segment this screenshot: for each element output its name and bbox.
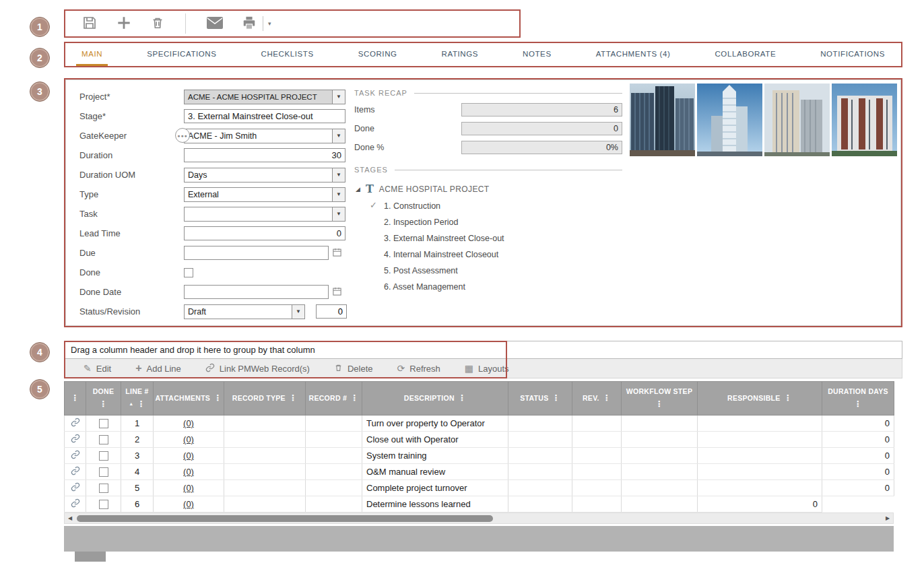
column-menu-icon[interactable]: ⋮ [784, 393, 792, 403]
scroll-right-icon[interactable]: ▶ [882, 515, 893, 521]
stage-input[interactable] [184, 109, 345, 123]
chevron-down-icon[interactable]: ▼ [332, 188, 345, 201]
print-button[interactable] [241, 15, 257, 32]
delete-button[interactable] [150, 15, 165, 33]
column-menu-icon[interactable]: ⋮ [213, 393, 222, 403]
scroll-left-icon[interactable]: ◀ [65, 515, 75, 521]
attachments-link[interactable]: (0) [183, 451, 194, 461]
row-link-icon[interactable] [71, 498, 80, 508]
column-header-record-number[interactable]: RECORD #⋮ [306, 382, 362, 416]
row-link-icon[interactable] [71, 482, 80, 492]
attachments-link[interactable]: (0) [183, 434, 194, 444]
print-dropdown-caret-icon[interactable]: ▾ [263, 16, 271, 31]
grid-group-hint[interactable]: Drag a column header and drop it here to… [64, 341, 902, 359]
column-header-duration-days[interactable]: DURATION DAYS⋮ [822, 382, 894, 416]
column-menu-icon[interactable]: ⋮ [71, 393, 79, 403]
stages-tree-root[interactable]: ◢ T ACME HOSPITAL PROJECT [356, 183, 622, 195]
tab-specifications[interactable]: SPECIFICATIONS [141, 43, 222, 66]
project-select[interactable]: ACME - ACME HOSPITAL PROJECT ▼ [184, 90, 345, 104]
line-number-cell: 6 [121, 496, 154, 512]
column-menu-icon[interactable]: ⋮ [552, 393, 560, 403]
line-number-cell: 1 [121, 416, 154, 432]
column-menu-icon[interactable]: ⋮ [655, 399, 663, 409]
duration-uom-select[interactable]: Days ▼ [184, 168, 345, 183]
stage-item-4[interactable]: 4. Internal Mainstreet Closeout [384, 250, 622, 260]
save-button[interactable] [81, 15, 98, 33]
column-menu-icon[interactable]: ⋮ [458, 393, 466, 403]
tab-notes[interactable]: NOTES [517, 43, 557, 66]
duration-input[interactable] [184, 148, 345, 162]
tab-attachments[interactable]: ATTACHMENTS (4) [591, 43, 676, 66]
column-header-done[interactable]: DONE⋮ [86, 382, 121, 416]
email-button[interactable] [206, 16, 224, 32]
column-header-status[interactable]: STATUS⋮ [508, 382, 572, 416]
stage-item-5[interactable]: 5. Post Assessment [384, 266, 622, 276]
chevron-down-icon[interactable]: ▼ [332, 129, 345, 143]
tree-expand-icon[interactable]: ◢ [356, 186, 360, 193]
due-calendar-button[interactable] [332, 247, 342, 259]
chevron-down-icon[interactable]: ▼ [332, 168, 345, 182]
lead-time-input[interactable] [184, 226, 345, 240]
column-menu-icon[interactable]: ⋮ [137, 399, 145, 409]
column-header-record-type[interactable]: RECORD TYPE⋮ [224, 382, 306, 416]
add-button[interactable] [115, 14, 133, 34]
edit-button[interactable]: ✎ Edit [84, 364, 111, 374]
tab-main[interactable]: MAIN [76, 43, 108, 66]
chevron-down-icon[interactable]: ▼ [292, 305, 304, 319]
stage-item-1[interactable]: ✓ 1. Construction [384, 201, 622, 211]
row-done-checkbox[interactable] [99, 484, 108, 493]
attachments-link[interactable]: (0) [183, 483, 194, 493]
tab-checklists[interactable]: CHECKLISTS [256, 43, 319, 66]
tab-notifications[interactable]: NOTIFICATIONS [815, 43, 890, 66]
column-menu-icon[interactable]: ⋮ [350, 393, 358, 403]
column-header-responsible[interactable]: RESPONSIBLE⋮ [698, 382, 822, 416]
grid-delete-button[interactable]: Delete [334, 363, 373, 374]
scrollbar-thumb[interactable] [77, 515, 493, 522]
horizontal-scrollbar[interactable]: ◀ ▶ [64, 512, 894, 524]
stage-item-2[interactable]: 2. Inspection Period [384, 218, 622, 228]
row-link-icon[interactable] [71, 418, 80, 427]
column-header-link[interactable]: ⋮ [65, 382, 86, 416]
tab-ratings[interactable]: RATINGS [436, 43, 484, 66]
gatekeeper-lookup-button[interactable]: ●●● [175, 128, 190, 143]
task-select[interactable]: ▼ [184, 207, 345, 222]
column-header-workflow-step[interactable]: WORKFLOW STEP⋮ [622, 382, 698, 416]
attachments-link[interactable]: (0) [183, 467, 194, 477]
row-done-checkbox[interactable] [99, 435, 108, 444]
done-checkbox[interactable] [184, 268, 193, 277]
layouts-button[interactable]: ▦ Layouts [465, 364, 509, 374]
row-done-checkbox[interactable] [99, 500, 108, 509]
chevron-down-icon[interactable]: ▼ [332, 207, 345, 221]
chevron-down-icon[interactable]: ▼ [332, 90, 345, 104]
row-done-checkbox[interactable] [99, 419, 108, 428]
status-select[interactable]: Draft ▼ [184, 304, 305, 319]
done-date-calendar-button[interactable] [332, 286, 342, 298]
row-link-icon[interactable] [71, 466, 80, 475]
done-date-input[interactable] [184, 285, 329, 299]
stage-item-6[interactable]: 6. Asset Management [384, 282, 622, 292]
add-line-button[interactable]: + Add Line [135, 363, 181, 374]
column-menu-icon[interactable]: ⋮ [99, 399, 107, 409]
column-header-attachments[interactable]: ATTACHMENTS⋮ [154, 382, 224, 416]
stage-item-3[interactable]: 3. External Mainstreet Close-out [384, 234, 622, 244]
column-menu-icon[interactable]: ⋮ [289, 393, 297, 403]
due-date-input[interactable] [184, 246, 329, 260]
column-header-description[interactable]: DESCRIPTION⋮ [362, 382, 508, 416]
tab-collaborate[interactable]: COLLABORATE [709, 43, 781, 66]
row-done-checkbox[interactable] [99, 451, 108, 461]
gatekeeper-select[interactable]: ACME - Jim Smith ▼ [184, 129, 345, 143]
row-link-icon[interactable] [71, 434, 80, 443]
attachments-link[interactable]: (0) [183, 418, 194, 428]
attachments-link[interactable]: (0) [183, 499, 194, 509]
row-done-checkbox[interactable] [99, 467, 108, 477]
type-select[interactable]: External ▼ [184, 187, 345, 202]
row-link-icon[interactable] [71, 450, 80, 459]
refresh-button[interactable]: ⟳ Refresh [397, 364, 440, 374]
revision-input[interactable] [316, 304, 347, 319]
link-pmweb-records-button[interactable]: Link PMWeb Record(s) [205, 363, 310, 374]
tab-scoring[interactable]: SCORING [353, 43, 403, 66]
column-header-rev[interactable]: REV.⋮ [572, 382, 622, 416]
column-header-line[interactable]: LINE #▲⋮ [121, 382, 154, 416]
column-menu-icon[interactable]: ⋮ [854, 399, 862, 409]
column-menu-icon[interactable]: ⋮ [603, 393, 611, 403]
